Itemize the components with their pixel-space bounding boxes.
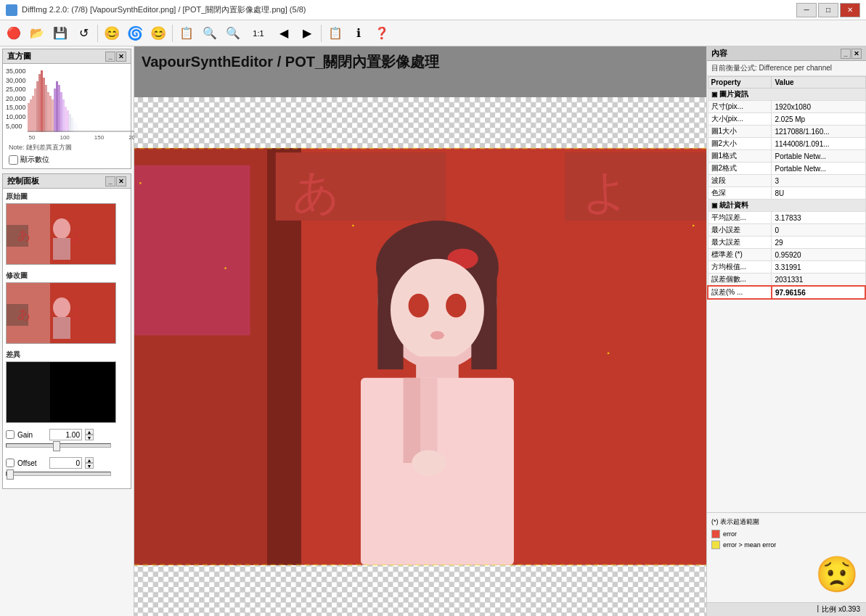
- svg-rect-71: [608, 353, 609, 354]
- histogram-y-labels: 35,000 30,000 25,000 20,000 15,000 10,00…: [6, 67, 26, 141]
- offset-input[interactable]: 0: [49, 457, 82, 469]
- control-panel-header-btns[interactable]: _ ✕: [105, 176, 126, 186]
- minimize-button[interactable]: ─: [796, 3, 817, 17]
- properties-scroll[interactable]: Property Value ▣圖片資訊尺寸(pix...1920x1080大小…: [707, 76, 866, 512]
- main-layout: 直方圖 _ ✕ 35,000 30,000 25,000 20,000 15,0…: [0, 46, 866, 616]
- value-cell: 1920x1080: [772, 101, 865, 113]
- gain-slider-thumb[interactable]: [53, 441, 60, 451]
- toolbar-open-btn[interactable]: 🔴: [3, 23, 25, 44]
- legend-error-label: error: [723, 530, 737, 538]
- toolbar-copy-btn[interactable]: 📋: [176, 23, 197, 44]
- value-cell: 1144008/1.091...: [772, 138, 865, 150]
- gain-checkbox[interactable]: [6, 430, 15, 439]
- table-row: 標準差 (*)0.95920: [708, 249, 865, 261]
- formula-label: 目前衡量公式: Difference per channel: [707, 61, 866, 76]
- property-cell: 大小(pix...: [708, 113, 772, 126]
- svg-rect-48: [134, 165, 250, 335]
- offset-slider-track[interactable]: [6, 472, 111, 476]
- toolbar-zoom-fit-btn[interactable]: 🔍: [222, 23, 244, 44]
- modified-thumb-area: 修改圖 あ よ: [3, 268, 131, 347]
- control-minimize-btn[interactable]: _: [105, 176, 115, 186]
- svg-text:よ: よ: [582, 166, 630, 218]
- histogram-minimize-btn[interactable]: _: [105, 52, 115, 62]
- value-cell: Portable Netw...: [772, 163, 865, 175]
- svg-rect-0: [28, 103, 30, 132]
- offset-slider-thumb[interactable]: [7, 469, 14, 480]
- histogram-svg: [28, 67, 140, 132]
- maximize-button[interactable]: □: [818, 3, 838, 17]
- original-thumb-svg: あ よ: [7, 203, 115, 265]
- toolbar-help-btn[interactable]: ❓: [371, 23, 393, 44]
- toolbar-btn1[interactable]: 😊: [101, 23, 123, 44]
- gain-spinner[interactable]: ▲ ▼: [85, 429, 94, 440]
- value-cell: 1217088/1.160...: [772, 126, 865, 138]
- control-close-btn[interactable]: ✕: [116, 176, 126, 186]
- svg-rect-17: [65, 107, 67, 132]
- legend-mean-error-box: [711, 541, 720, 549]
- diff-thumb-svg: [7, 361, 115, 423]
- svg-point-36: [53, 297, 70, 318]
- toolbar-btn3[interactable]: 😊: [147, 23, 169, 44]
- gain-input[interactable]: 1.00: [49, 429, 82, 440]
- toolbar-prev-btn[interactable]: ◀: [273, 23, 295, 44]
- svg-rect-22: [75, 123, 78, 132]
- value-cell: 3.31991: [772, 261, 865, 274]
- toolbar-next-btn[interactable]: ▶: [296, 23, 318, 44]
- modified-thumb-svg: あ よ: [7, 282, 115, 344]
- toolbar-folder-btn[interactable]: 📂: [26, 23, 48, 44]
- value-cell: 2.025 Mp: [772, 113, 865, 126]
- properties-table: Property Value ▣圖片資訊尺寸(pix...1920x1080大小…: [707, 76, 866, 300]
- svg-rect-16: [62, 99, 65, 132]
- close-button[interactable]: ✕: [840, 3, 860, 17]
- toolbar-zoom-in-btn[interactable]: 🔍: [199, 23, 221, 44]
- value-cell: 29: [772, 237, 865, 249]
- main-image-area: あ よ: [134, 97, 706, 616]
- table-row: 誤差個數...2031331: [708, 274, 865, 287]
- svg-rect-5: [38, 74, 41, 132]
- gain-offset-controls: Gain 1.00 ▲ ▼ Offset 0: [3, 426, 131, 488]
- toolbar-btn2[interactable]: 🌀: [124, 23, 146, 44]
- gain-row: Gain 1.00 ▲ ▼: [6, 429, 128, 440]
- svg-rect-13: [56, 81, 58, 132]
- toolbar-paste-btn[interactable]: 📋: [324, 23, 346, 44]
- toolbar-save-btn[interactable]: 💾: [49, 23, 71, 44]
- svg-rect-9: [47, 92, 49, 132]
- histogram-checkbox-row[interactable]: 顯示數位: [6, 154, 128, 165]
- toolbar-refresh-btn[interactable]: ↺: [73, 23, 94, 44]
- hist-x-2: 100: [60, 134, 69, 141]
- svg-rect-20: [71, 118, 73, 132]
- toolbar-info-btn[interactable]: ℹ: [348, 23, 369, 44]
- offset-checkbox[interactable]: [6, 459, 15, 467]
- title-bar-left: DiffImg 2.2.0: (7/8) [VapourSynthEditor.…: [6, 4, 306, 16]
- histogram-header-btns[interactable]: _ ✕: [105, 52, 126, 62]
- svg-text:あ: あ: [17, 228, 30, 242]
- gain-up-btn[interactable]: ▲: [85, 429, 94, 435]
- content-minimize-btn[interactable]: _: [841, 49, 851, 59]
- title-bar-controls[interactable]: ─ □ ✕: [796, 3, 860, 17]
- app-icon: [6, 4, 17, 16]
- hist-y-6: 10,000: [6, 112, 26, 122]
- offset-spinner[interactable]: ▲ ▼: [85, 457, 94, 469]
- table-row: 方均根值...3.31991: [708, 261, 865, 274]
- svg-point-60: [446, 294, 466, 318]
- right-panel-btns[interactable]: _ ✕: [841, 49, 862, 59]
- emoji-icon: 😟: [815, 554, 859, 595]
- svg-point-29: [53, 218, 70, 239]
- center-main[interactable]: VapourSynthEditor / POT_關閉內置影像處理: [134, 46, 706, 616]
- value-cell: 8U: [772, 187, 865, 200]
- svg-rect-8: [45, 85, 47, 132]
- histogram-checkbox[interactable]: [9, 155, 18, 165]
- svg-rect-65: [420, 378, 437, 463]
- toolbar-zoom-1-1[interactable]: 1:1: [245, 23, 271, 44]
- hist-x-3: 150: [94, 134, 104, 141]
- gain-slider-track[interactable]: [6, 443, 111, 448]
- property-cell: 誤差(% ...: [708, 286, 772, 299]
- offset-up-btn[interactable]: ▲: [85, 457, 94, 463]
- histogram-close-btn[interactable]: ✕: [116, 52, 126, 62]
- content-close-btn[interactable]: ✕: [851, 49, 862, 59]
- title-bar: DiffImg 2.2.0: (7/8) [VapourSynthEditor.…: [0, 0, 866, 20]
- gain-down-btn[interactable]: ▼: [85, 435, 94, 440]
- offset-down-btn[interactable]: ▼: [85, 463, 94, 469]
- histogram-panel: 直方圖 _ ✕ 35,000 30,000 25,000 20,000 15,0…: [2, 49, 131, 169]
- modified-thumbnail: あ よ: [6, 282, 116, 344]
